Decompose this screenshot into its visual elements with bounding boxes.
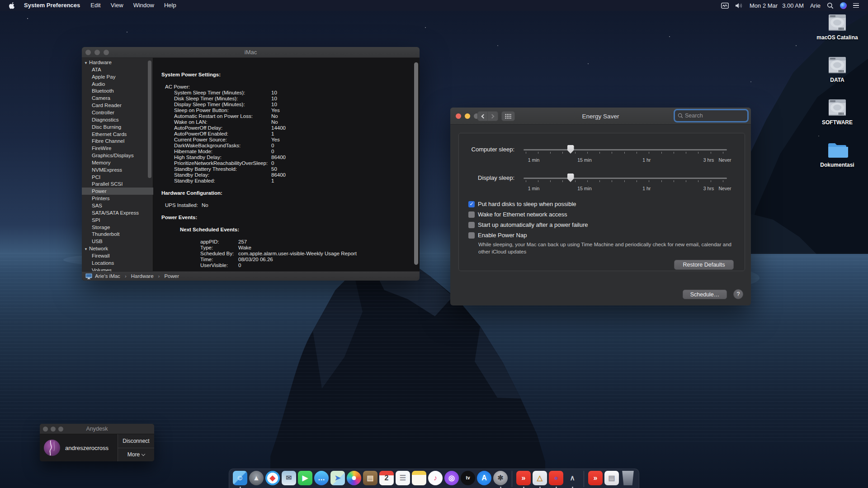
search-icon[interactable] (827, 2, 834, 9)
sidebar-item-usb[interactable]: USB (82, 238, 153, 245)
sidebar-item-nvmexpress[interactable]: NVMExpress (82, 166, 153, 174)
help-button[interactable]: ? (733, 289, 743, 299)
menu-window[interactable]: Window (128, 2, 159, 9)
volume-icon[interactable] (735, 3, 743, 9)
dock-item-calipers[interactable]: ∧ (565, 471, 580, 488)
dock-item-notes[interactable] (412, 471, 426, 488)
sidebar-item-audio[interactable]: Audio (82, 80, 153, 88)
dock-item-contacts[interactable]: ▤ (363, 471, 377, 488)
back-button[interactable] (477, 111, 488, 121)
dock-item-mail[interactable]: ✉ (282, 471, 296, 488)
search-input[interactable]: Search (675, 110, 747, 121)
dock-item-document[interactable]: ▤ (604, 471, 619, 488)
sysinfo-title-bar[interactable]: iMac (82, 47, 420, 58)
menu-bar-date[interactable]: Mon 2 Mar (750, 2, 778, 9)
sidebar-item-storage[interactable]: Storage (82, 224, 153, 231)
sidebar-item-apple-pay[interactable]: Apple Pay (82, 73, 153, 80)
sidebar-item-parallel-scsi[interactable]: Parallel SCSI (82, 180, 153, 188)
zoom-icon[interactable] (58, 427, 63, 432)
menu-edit[interactable]: Edit (85, 2, 105, 9)
dock-item-safari[interactable]: ◆ (265, 471, 280, 488)
dock-item-messages[interactable]: … (314, 471, 329, 488)
sidebar-item-thunderbolt[interactable]: Thunderbolt (82, 230, 153, 238)
dock-item-launchpad[interactable]: ▲ (249, 471, 264, 488)
checkbox-unchecked-icon[interactable] (468, 211, 475, 218)
sidebar-item-firewire[interactable]: FireWire (82, 145, 153, 152)
breadcrumb-0[interactable]: Arie's iMac (95, 273, 120, 279)
forward-button[interactable] (488, 111, 498, 121)
slider-track[interactable] (524, 149, 727, 150)
dock-item-facetime[interactable]: ▶ (298, 471, 312, 488)
sidebar-item-diagnostics[interactable]: Diagnostics (82, 116, 153, 123)
more-button[interactable]: More (118, 448, 154, 462)
sidebar-item-bluetooth[interactable]: Bluetooth (82, 87, 153, 94)
notification-center-icon[interactable] (853, 3, 859, 8)
dock-item-photos[interactable] (347, 471, 361, 488)
disconnect-button[interactable]: Disconnect (118, 434, 154, 448)
sidebar-item-memory[interactable]: Memory (82, 159, 153, 166)
checkbox-enable-power-nap[interactable]: Enable Power Nap (468, 232, 527, 239)
checkbox-wake-for-ethernet-network-acce[interactable]: Wake for Ethernet network access (468, 211, 567, 218)
schedule-button[interactable]: Schedule… (683, 290, 727, 299)
sidebar-item-sas[interactable]: SAS (82, 202, 153, 209)
desktop-icon-data[interactable]: DATA (810, 56, 864, 83)
sidebar-item-locations[interactable]: Locations (82, 259, 153, 267)
breadcrumb-1[interactable]: Hardware (131, 273, 154, 279)
minimize-icon[interactable] (51, 427, 56, 432)
sidebar-item-power[interactable]: Power (82, 188, 153, 195)
sidebar-item-camera[interactable]: Camera (82, 94, 153, 102)
sidebar-item-pci[interactable]: PCI (82, 174, 153, 181)
dock-item-calendar[interactable]: 2 (379, 471, 394, 488)
slider-track[interactable] (524, 178, 727, 179)
sidebar-item-firewall[interactable]: Firewall (82, 252, 153, 259)
anydesk-status-icon[interactable] (721, 3, 729, 9)
checkbox-put-hard-disks-to-sleep-when-p[interactable]: ✓Put hard disks to sleep when possible (468, 201, 576, 207)
breadcrumb-2[interactable]: Power (164, 273, 179, 279)
dock-item-app-store[interactable]: A (477, 471, 491, 488)
disclosure-triangle-icon[interactable]: ▼ (84, 247, 88, 251)
show-all-grid-button[interactable] (501, 111, 515, 121)
dock-item-trash[interactable] (621, 471, 635, 488)
dock-item-reminders[interactable]: ☰ (396, 471, 410, 488)
apple-menu-icon[interactable] (0, 2, 23, 9)
sidebar-item-fibre-channel[interactable]: Fibre Channel (82, 137, 153, 145)
sidebar-item-graphics-displays[interactable]: Graphics/Displays (82, 152, 153, 159)
close-icon[interactable] (43, 427, 48, 432)
menu-bar-user[interactable]: Arie (810, 2, 821, 9)
checkbox-unchecked-icon[interactable] (468, 232, 475, 239)
sidebar-item-spi[interactable]: SPI (82, 216, 153, 224)
dock-item-apple-tv[interactable]: tv (461, 471, 475, 488)
checkbox-start-up-automatically-after-a[interactable]: Start up automatically after a power fai… (468, 221, 588, 228)
sidebar-item-sata-sata-express[interactable]: SATA/SATA Express (82, 209, 153, 216)
desktop-icon-dokumentasi[interactable]: Dokumentasi (810, 141, 864, 168)
sidebar-item-ethernet-cards[interactable]: Ethernet Cards (82, 131, 153, 138)
sidebar-section-hardware[interactable]: ▼Hardware (82, 59, 153, 66)
zoom-icon[interactable] (104, 50, 109, 55)
sidebar-item-card-reader[interactable]: Card Reader (82, 102, 153, 109)
sidebar-item-disc-burning[interactable]: Disc Burning (82, 123, 153, 131)
anydesk-title-bar[interactable]: Anydesk (40, 424, 154, 434)
menu-bar-time[interactable]: 3.00 AM (782, 2, 804, 9)
restore-defaults-button[interactable]: Restore Defaults (674, 260, 734, 270)
sidebar-item-ata[interactable]: ATA (82, 66, 153, 73)
siri-icon[interactable] (840, 2, 847, 9)
dock-item-anydesk-file[interactable]: » (588, 471, 603, 488)
sidebar-item-printers[interactable]: Printers (82, 195, 153, 202)
menu-view[interactable]: View (106, 2, 128, 9)
dock-item-finder[interactable]: ☺ (233, 471, 247, 488)
dock-item-installer[interactable]: △ (533, 471, 547, 488)
menu-app-name[interactable]: System Preferences (23, 0, 85, 11)
sidebar-section-network[interactable]: ▼Network (82, 245, 153, 252)
disclosure-triangle-icon[interactable]: ▼ (84, 61, 88, 65)
checkbox-unchecked-icon[interactable] (468, 222, 475, 228)
minimize-icon[interactable] (94, 50, 100, 55)
desktop-icon-software[interactable]: SOFTWARE (810, 99, 864, 126)
checkbox-checked-icon[interactable]: ✓ (468, 201, 475, 207)
dock-item-system-preferences[interactable]: ✱ (493, 471, 508, 488)
content-scrollbar[interactable] (414, 62, 418, 265)
energy-toolbar[interactable]: Energy Saver Search (450, 108, 751, 125)
close-icon[interactable] (85, 50, 91, 55)
dock-item-music[interactable]: ♪ (428, 471, 443, 488)
sidebar-item-controller[interactable]: Controller (82, 109, 153, 116)
dock-item-anydesk[interactable]: » (516, 471, 531, 488)
